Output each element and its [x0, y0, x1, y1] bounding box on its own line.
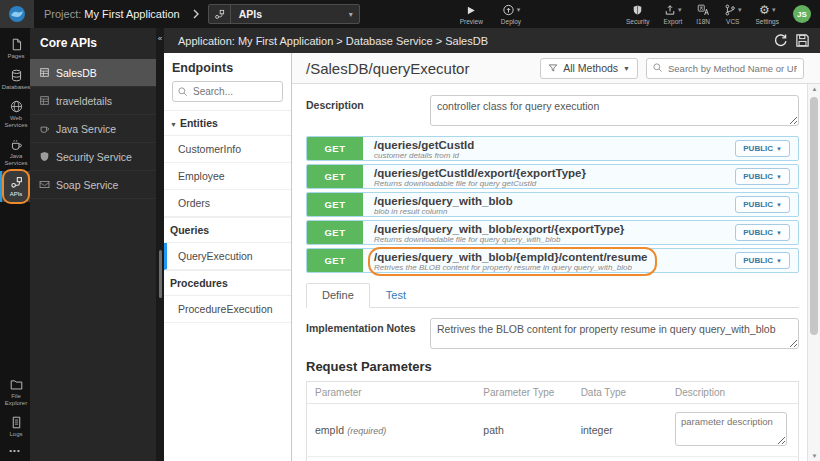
sidebar-item-web-services[interactable]: Web Services	[0, 95, 30, 133]
sidebar-item-pages[interactable]: Pages	[0, 33, 30, 64]
collapse-panel-icon[interactable]: «	[156, 34, 164, 43]
icon-sidebar: Pages Databases Web Services Java Servic…	[0, 28, 30, 461]
refresh-icon[interactable]	[773, 33, 788, 48]
branch-icon	[724, 4, 736, 16]
i18n-button[interactable]: I18N	[696, 4, 710, 25]
gear-icon: ⚙	[759, 4, 770, 16]
scroll-down-icon[interactable]: ▼	[808, 453, 820, 459]
sidebar-item-logs[interactable]: Logs	[0, 411, 30, 442]
method-badge: GET	[307, 249, 363, 272]
endpoint-item-procedureexecution[interactable]: ProcedureExecution	[164, 296, 291, 323]
tab-define[interactable]: Define	[306, 283, 370, 308]
export-button[interactable]: ▾ Export	[663, 4, 682, 25]
method-badge: GET	[307, 165, 363, 188]
sidebar-item-java-services[interactable]: Java Services	[0, 133, 30, 171]
vcs-button[interactable]: ▾ VCS	[724, 4, 742, 25]
workspace-selected-label: APIs	[231, 8, 349, 20]
method-badge: GET	[307, 221, 363, 244]
save-icon[interactable]	[795, 33, 810, 48]
project-name: My First Application	[84, 8, 179, 20]
visibility-dropdown[interactable]: PUBLIC▼	[735, 252, 790, 269]
endpoint-row-selected[interactable]: GET /queries/query_with_blob/{empId}/con…	[306, 248, 799, 273]
methods-filter-dropdown[interactable]: All Methods ▼	[540, 58, 638, 79]
endpoint-item-queryexecution[interactable]: QueryExecution	[164, 243, 291, 270]
visibility-dropdown[interactable]: PUBLIC▼	[735, 140, 790, 157]
request-parameters-title: Request Parameters	[306, 359, 799, 374]
project-label: Project:	[44, 8, 81, 20]
project-breadcrumb: Project: My First Application	[44, 8, 180, 20]
coffee-icon	[10, 138, 23, 151]
sidebar-more-button[interactable]: •••	[0, 442, 30, 461]
endpoint-item-orders[interactable]: Orders	[164, 190, 291, 217]
table-row: downloadAsAttachment(required) query boo…	[307, 457, 799, 461]
core-api-item-salesdb[interactable]: SalesDB	[30, 59, 156, 87]
core-api-item-soap-service[interactable]: Soap Service	[30, 171, 156, 199]
endpoints-search-input[interactable]	[172, 81, 283, 102]
page-title: /SalesDB/queryExecutor	[306, 60, 469, 77]
search-icon	[652, 62, 663, 73]
caret-down-icon: ▼	[623, 65, 630, 72]
chevron-down-icon: ▾	[517, 6, 521, 14]
page-icon	[10, 38, 23, 51]
endpoint-item-customerinfo[interactable]: CustomerInfo	[164, 136, 291, 163]
endpoint-row[interactable]: GET /queries/getCustId/export/{exportTyp…	[306, 164, 799, 189]
database-icon	[10, 69, 23, 82]
divider-scrollbar-thumb[interactable]	[159, 250, 162, 298]
caret-down-icon: ▼	[776, 174, 782, 180]
sidebar-item-file-explorer[interactable]: File Explorer	[0, 373, 30, 411]
envelope-icon	[39, 179, 50, 190]
folder-icon	[10, 378, 23, 391]
core-apis-title: Core APIs	[30, 28, 156, 59]
section-procedures[interactable]: Procedures	[164, 270, 291, 296]
description-textarea[interactable]: controller class for query execution	[430, 95, 799, 126]
user-avatar[interactable]: JS	[793, 5, 811, 23]
endpoint-path: /queries/getCustId	[374, 139, 727, 151]
scrollbar-thumb[interactable]	[810, 97, 818, 335]
core-api-item-security-service[interactable]: Security Service	[30, 143, 156, 171]
chevron-down-icon: ▾	[678, 6, 682, 14]
section-queries[interactable]: Queries	[164, 217, 291, 243]
sidebar-spacer	[0, 202, 30, 373]
preview-button[interactable]: Preview	[460, 4, 483, 25]
endpoint-row[interactable]: GET /queries/query_with_blob/export/{exp…	[306, 220, 799, 245]
endpoint-row[interactable]: GET /queries/getCustId customer details …	[306, 136, 799, 161]
visibility-dropdown[interactable]: PUBLIC▼	[735, 224, 790, 241]
method-search-input[interactable]	[646, 58, 804, 79]
export-icon	[664, 4, 676, 16]
app-logo[interactable]	[0, 0, 34, 28]
visibility-dropdown[interactable]: PUBLIC▼	[735, 196, 790, 213]
core-api-item-traveldetails[interactable]: traveldetails	[30, 87, 156, 115]
cloud-upload-icon	[502, 4, 515, 16]
tab-test[interactable]: Test	[370, 283, 422, 308]
endpoint-path: /queries/query_with_blob/{empId}/content…	[374, 251, 648, 263]
log-file-icon	[10, 416, 23, 429]
param-type: path	[475, 404, 572, 457]
caret-down-icon: ▼	[776, 146, 782, 152]
implementation-notes-textarea[interactable]: Retrives the BLOB content for property r…	[430, 318, 799, 349]
play-icon	[466, 4, 476, 17]
section-entities[interactable]: ▼Entities	[164, 110, 291, 136]
settings-button[interactable]: ⚙ ▾ Settings	[756, 4, 780, 25]
method-badge: GET	[307, 137, 363, 160]
endpoint-item-employee[interactable]: Employee	[164, 163, 291, 190]
param-data-type: boolean	[573, 457, 667, 461]
workspace-selector-dropdown[interactable]: APIs ▾	[208, 4, 360, 24]
security-button[interactable]: Security	[626, 4, 649, 25]
deploy-button[interactable]: ▾ Deploy	[501, 4, 521, 25]
shield-icon	[39, 151, 50, 162]
visibility-dropdown[interactable]: PUBLIC▼	[735, 168, 790, 185]
param-name: empId	[315, 424, 344, 436]
sidebar-item-apis[interactable]: APIs	[0, 171, 30, 202]
language-icon	[697, 4, 710, 17]
apis-icon	[209, 5, 231, 23]
method-badge: GET	[307, 193, 363, 216]
sidebar-item-databases[interactable]: Databases	[0, 64, 30, 95]
core-api-item-java-service[interactable]: Java Service	[30, 115, 156, 143]
param-description-textarea[interactable]	[675, 412, 787, 446]
endpoint-row[interactable]: GET /queries/query_with_blob blob in res…	[306, 192, 799, 217]
scroll-up-icon[interactable]: ▲	[808, 86, 820, 92]
main-scrollbar[interactable]: ▲ ▼	[807, 84, 820, 461]
endpoint-summary: customer details from id	[374, 151, 727, 160]
column-header-parameter-type: Parameter Type	[475, 382, 572, 404]
endpoint-summary: Returns downloadable file for query getC…	[374, 179, 727, 188]
